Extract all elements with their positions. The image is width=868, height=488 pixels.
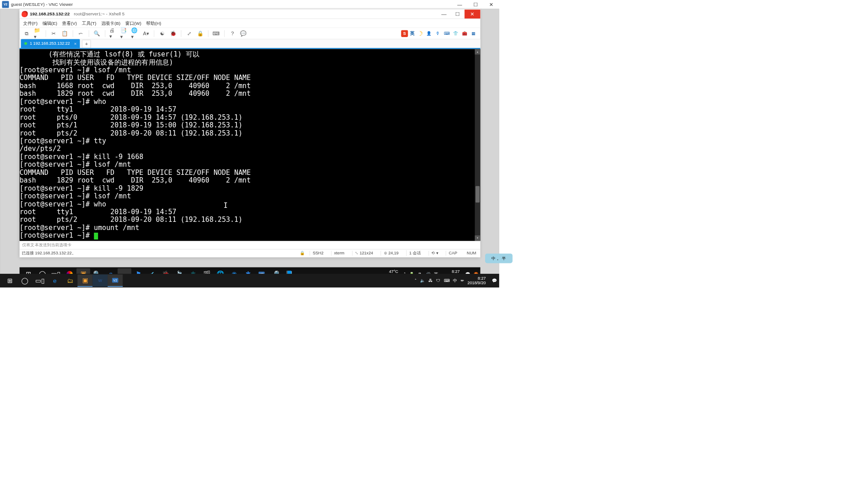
menu-tabs[interactable]: 选项卡(B): [101, 20, 121, 26]
cut-icon[interactable]: ✂: [50, 30, 58, 38]
xshell-statusbar: 已连接 192.168.253.132:22。 🔒 SSH2 xterm ⤡ 1…: [19, 249, 480, 257]
reconnect-icon[interactable]: ⤺: [77, 30, 85, 38]
fullscreen-icon[interactable]: ⤢: [185, 30, 193, 38]
host-start-button[interactable]: ⊞: [2, 274, 17, 286]
grid-icon[interactable]: ▦: [470, 30, 477, 37]
xshell-close-button[interactable]: ✕: [465, 9, 481, 19]
terminal-pane[interactable]: (有些情况下通过 lsof(8) 或 fuser(1) 可以 找到有关使用该设备…: [19, 49, 480, 241]
xshell-menubar: 文件(F) 编辑(E) 查看(V) 工具(T) 选项卡(B) 窗口(W) 帮助(…: [19, 19, 480, 28]
encoding-icon[interactable]: 🌐▾: [131, 30, 139, 38]
host-tray-input-icon[interactable]: ✏: [461, 278, 464, 283]
host-tray-chevron-up-icon[interactable]: ˄: [415, 278, 417, 283]
font-icon[interactable]: A▾: [142, 30, 150, 38]
terminal-cursor: [94, 233, 98, 239]
tab-close-icon[interactable]: ×: [74, 41, 77, 46]
xshell-title-ip: 192.168.253.132:22: [30, 11, 70, 16]
print-icon[interactable]: 🖨▾: [109, 30, 117, 38]
scroll-down-icon[interactable]: ▾: [475, 235, 480, 241]
host-explorer-icon[interactable]: 🗂: [62, 274, 77, 286]
add-tab-button[interactable]: +: [82, 40, 91, 48]
host-tray-shield-icon[interactable]: 🛡: [436, 278, 440, 283]
copy-icon[interactable]: 📑▾: [120, 30, 128, 38]
terminal-scrollbar[interactable]: ▴ ▾: [475, 49, 480, 241]
menu-help[interactable]: 帮助(H): [146, 20, 161, 26]
ime-floating-badge[interactable]: 中 。 半: [485, 253, 513, 263]
toolbox-icon[interactable]: 🧰: [461, 30, 468, 37]
host-cortana-icon[interactable]: ◯: [17, 274, 32, 286]
status-caps: CAP: [446, 251, 460, 256]
user-icon[interactable]: 👤: [425, 30, 432, 37]
vnc-title: guest (WESLEY) - VNC Viewer: [11, 2, 73, 7]
vnc-close-button[interactable]: ✕: [483, 0, 499, 9]
host-tray-keyboard-icon[interactable]: ⌨: [444, 278, 450, 283]
menu-view[interactable]: 查看(V): [62, 20, 77, 26]
host-word-icon[interactable]: W: [93, 274, 108, 286]
chat-icon[interactable]: 💬: [240, 30, 247, 38]
status-connection: 已连接 192.168.253.132:22。: [22, 250, 76, 256]
xshell-tabstrip: 1 192.168.253.132:22 × +: [19, 39, 480, 49]
host-edge-icon[interactable]: e: [47, 274, 62, 286]
host-taskview-icon[interactable]: ▭▯: [32, 274, 47, 286]
host-tray-ime-lang[interactable]: 中: [453, 278, 457, 284]
host-vmware-icon[interactable]: ▣: [77, 274, 92, 286]
open-icon[interactable]: 📁▾: [34, 30, 42, 38]
status-sync-icon[interactable]: ⟲ ▾: [429, 251, 441, 256]
terminal-output: (有些情况下通过 lsof(8) 或 fuser(1) 可以 找到有关使用该设备…: [19, 50, 480, 239]
vnc-maximize-button[interactable]: ☐: [467, 0, 483, 9]
color-icon[interactable]: ☯: [158, 30, 166, 38]
send-to-tab-hint[interactable]: 仅将文本发送到当前选项卡: [19, 241, 480, 249]
vnc-app-icon: V2: [2, 1, 9, 8]
menu-window[interactable]: 窗口(W): [125, 20, 142, 26]
scroll-up-icon[interactable]: ▴: [475, 49, 480, 54]
vnc-titlebar: V2 guest (WESLEY) - VNC Viewer — ☐ ✕: [0, 0, 499, 9]
ime-lang-indicator[interactable]: 英: [410, 30, 415, 37]
text-caret-icon: I: [223, 201, 227, 209]
search-icon[interactable]: 🔍: [93, 30, 101, 38]
debug-icon[interactable]: 🐞: [170, 30, 177, 38]
status-term: xterm: [331, 251, 347, 256]
xshell-maximize-button[interactable]: ☐: [451, 11, 464, 17]
status-sessions: 1 会话: [406, 250, 424, 256]
scroll-thumb[interactable]: [476, 186, 480, 202]
host-clock[interactable]: 8:27 2018/9/20: [467, 276, 486, 285]
status-lock-icon: 🔒: [300, 251, 305, 256]
keyboard-tray-icon[interactable]: ⌨: [443, 30, 450, 37]
xshell-toolbar: ⧉ 📁▾ ✂ 📋 ⤺ 🔍 🖨▾ 📑▾ 🌐▾ A▾ ☯ 🐞 ⤢ 🔒: [19, 28, 480, 39]
vnc-minimize-button[interactable]: —: [452, 0, 467, 9]
xshell-window: 192.168.253.132:22 root@server1:~ - Xshe…: [19, 9, 480, 257]
session-tab-1[interactable]: 1 192.168.253.132:22 ×: [21, 39, 80, 48]
vnc-remote-desktop: 192.168.253.132:22 root@server1:~ - Xshe…: [0, 9, 499, 282]
help-icon[interactable]: ?: [229, 30, 236, 38]
menu-file[interactable]: 文件(F): [23, 20, 38, 26]
host-tray-network-icon[interactable]: 🖧: [429, 278, 433, 283]
host-notification-icon[interactable]: 💬: [492, 278, 497, 283]
host-tray-volume-icon[interactable]: 🔈: [420, 278, 425, 283]
sogou-ime-icon[interactable]: S: [401, 30, 408, 37]
toolbar-tray: S 英 ☽ 👤 🎙 ⌨ 👕 🧰 ▦: [401, 30, 477, 37]
menu-edit[interactable]: 编辑(E): [42, 20, 57, 26]
tab-status-dot-icon: [24, 42, 27, 45]
menu-tools[interactable]: 工具(T): [82, 20, 96, 26]
host-vnc-icon[interactable]: V2: [108, 274, 123, 286]
lock-icon[interactable]: 🔒: [197, 30, 204, 38]
status-num: NUM: [465, 251, 478, 256]
new-session-icon[interactable]: ⧉: [23, 30, 31, 38]
moon-icon[interactable]: ☽: [416, 30, 423, 37]
paste-icon[interactable]: 📋: [61, 30, 69, 38]
keyboard-icon[interactable]: ⌨: [212, 30, 220, 38]
status-cursor-pos: ⊕ 24,19: [381, 251, 401, 256]
xshell-title-sub: root@server1:~ - Xshell 5: [74, 11, 124, 16]
xshell-minimize-button[interactable]: —: [437, 11, 451, 17]
status-size: ⤡ 121x24: [352, 251, 376, 256]
shirt-icon[interactable]: 👕: [452, 30, 459, 37]
status-protocol: SSH2: [310, 251, 326, 256]
tab-label: 1 192.168.253.132:22: [30, 41, 70, 46]
xshell-titlebar[interactable]: 192.168.253.132:22 root@server1:~ - Xshe…: [19, 9, 480, 19]
host-taskbar: ⊞ ◯ ▭▯ e 🗂 ▣ W V2 ˄ 🔈 🖧 🛡 ⌨ 中 ✏ 8:27 201…: [0, 274, 499, 287]
mic-icon[interactable]: 🎙: [434, 30, 441, 37]
xshell-app-icon: [22, 11, 28, 17]
